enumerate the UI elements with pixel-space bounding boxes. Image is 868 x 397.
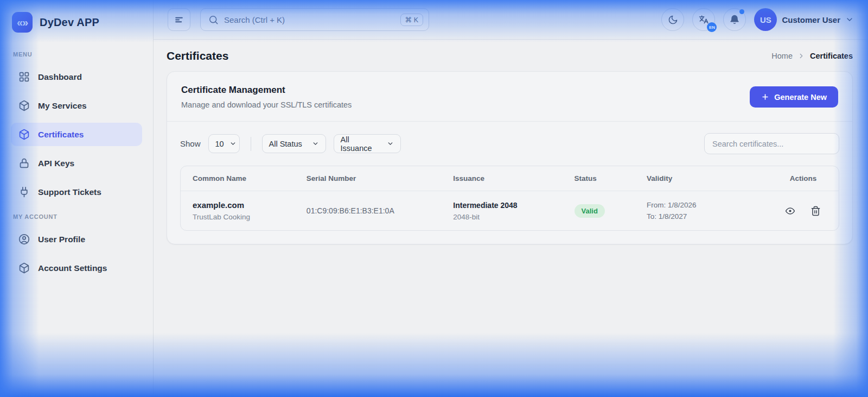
plus-icon (761, 93, 769, 101)
lock-icon (18, 157, 30, 169)
status-badge: Valid (575, 204, 605, 218)
generate-new-button[interactable]: Generate New (750, 86, 838, 108)
notifications-button[interactable] (723, 8, 746, 31)
breadcrumb-current: Certificates (810, 52, 853, 60)
chevron-down-icon (387, 140, 394, 147)
sidebar-item-label: Dashboard (38, 72, 82, 82)
status-filter-value: All Status (269, 140, 302, 148)
column-header-status: Status (563, 166, 635, 191)
app-logo[interactable]: «» DyDev APP (0, 12, 153, 33)
chevron-down-icon (229, 140, 237, 147)
column-header-issuance: Issuance (441, 166, 562, 191)
column-header-actions: Actions (768, 166, 839, 191)
avatar: US (754, 8, 777, 31)
breadcrumb: Home Certificates (771, 52, 853, 60)
user-circle-icon (18, 234, 30, 245)
sidebar-item-label: API Keys (38, 159, 74, 168)
show-label: Show (180, 139, 201, 148)
sidebar-item-api-keys[interactable]: API Keys (11, 152, 142, 175)
card-subtitle: Manage and download your SSL/TLS certifi… (181, 100, 352, 109)
cert-issuance: Intermediate 2048 (453, 201, 550, 210)
sidebar: «» DyDev APP MENU Dashboard My Services … (0, 0, 154, 397)
page-title: Certificates (167, 49, 228, 62)
sidebar-item-label: My Services (38, 101, 87, 111)
notification-dot (739, 9, 744, 14)
sidebar-item-label: User Profile (38, 235, 85, 244)
cube-icon (18, 100, 30, 111)
issuance-filter-value: All Issuance (341, 135, 381, 153)
sidebar-item-certificates[interactable]: Certificates (11, 123, 142, 146)
global-search: ⌘ K (200, 8, 429, 31)
logo-chevrons-icon: «» (12, 12, 33, 33)
grid-icon (18, 71, 30, 83)
cert-valid-to: To: 1/8/2027 (647, 212, 756, 220)
bell-icon (729, 14, 740, 25)
page-size-select[interactable]: 10 (208, 134, 240, 153)
menu-icon (174, 14, 184, 25)
view-certificate-button[interactable] (785, 206, 795, 216)
user-menu[interactable]: US Customer User (754, 8, 854, 31)
certificate-management-card: Certificate Management Manage and downlo… (167, 71, 853, 244)
sidebar-item-account-settings[interactable]: Account Settings (11, 256, 142, 280)
language-badge: EN (707, 22, 717, 32)
sidebar-toggle-button[interactable] (168, 8, 190, 31)
cube-icon (18, 129, 30, 140)
card-header: Certificate Management Manage and downlo… (167, 72, 852, 121)
page-size-value: 10 (215, 140, 224, 148)
topbar: ⌘ K EN (154, 0, 868, 40)
certificates-search-input[interactable] (704, 133, 839, 154)
cert-key-size: 2048-bit (453, 213, 550, 221)
page-content: Certificates Home Certificates Certifica… (154, 40, 868, 244)
sidebar-item-user-profile[interactable]: User Profile (11, 228, 142, 251)
sidebar-section-account-label: MY ACCOUNT (0, 213, 153, 220)
cert-organization: TrustLab Cooking (193, 213, 283, 221)
app-title: DyDev APP (40, 16, 99, 29)
search-shortcut-badge: ⌘ K (400, 14, 423, 26)
search-input[interactable] (224, 15, 395, 24)
eye-icon (785, 206, 795, 216)
cert-common-name: example.com (193, 200, 283, 210)
delete-certificate-button[interactable] (810, 206, 821, 216)
issuance-filter-select[interactable]: All Issuance (334, 134, 401, 153)
sidebar-item-support-tickets[interactable]: Support Tickets (11, 180, 142, 204)
column-header-common-name: Common Name (181, 166, 295, 191)
chevron-down-icon (312, 140, 319, 147)
sidebar-item-label: Certificates (38, 130, 84, 140)
chevron-right-icon (797, 52, 805, 60)
table-row: example.com TrustLab Cooking 01:C9:09:B6… (181, 191, 839, 230)
column-header-validity: Validity (635, 166, 768, 191)
certificates-table: Common Name Serial Number Issuance Statu… (180, 166, 839, 231)
cert-serial-number: 01:C9:09:B6:E1:B3:E1:0A (307, 206, 394, 215)
language-button[interactable]: EN (692, 8, 715, 31)
search-icon (208, 15, 219, 25)
app-root: «» DyDev APP MENU Dashboard My Services … (0, 0, 868, 397)
page-header: Certificates Home Certificates (167, 49, 853, 62)
breadcrumb-home-link[interactable]: Home (771, 52, 793, 60)
cert-valid-from: From: 1/8/2026 (647, 201, 756, 209)
user-name: Customer User (782, 15, 840, 24)
sidebar-item-label: Account Settings (38, 263, 107, 273)
column-header-serial-number: Serial Number (295, 166, 441, 191)
chevron-down-icon (845, 15, 854, 24)
status-filter-select[interactable]: All Status (262, 134, 326, 153)
card-title: Certificate Management (181, 85, 352, 96)
dark-mode-button[interactable] (661, 8, 684, 31)
filter-row: Show 10 All Status (167, 122, 852, 166)
topbar-actions: EN US Customer User (661, 8, 854, 31)
plug-icon (18, 186, 30, 198)
moon-icon (668, 15, 678, 25)
table-header-row: Common Name Serial Number Issuance Statu… (181, 166, 839, 191)
generate-new-label: Generate New (774, 93, 827, 102)
filter-divider (251, 137, 251, 151)
sidebar-item-dashboard[interactable]: Dashboard (11, 65, 142, 89)
trash-icon (810, 206, 821, 216)
cube-icon (18, 262, 30, 274)
sidebar-item-label: Support Tickets (38, 187, 101, 197)
sidebar-section-menu-label: MENU (0, 51, 153, 58)
main-area: ⌘ K EN (154, 0, 868, 397)
sidebar-item-my-services[interactable]: My Services (11, 94, 142, 117)
